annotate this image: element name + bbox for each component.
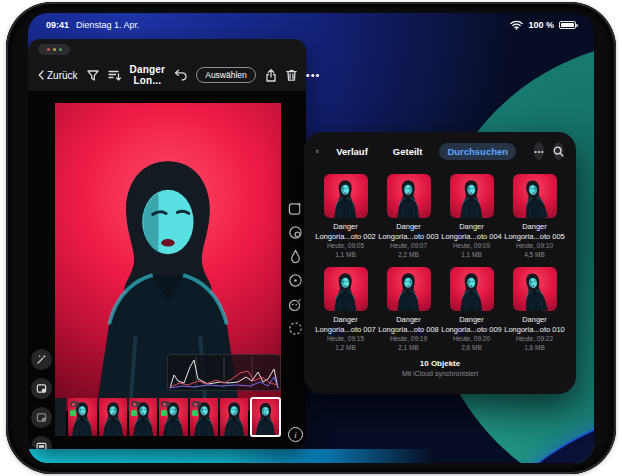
photo-size: 1,1 MB <box>314 250 377 259</box>
tab-durchsuchen[interactable]: Durchsuchen <box>439 143 516 160</box>
share-button[interactable] <box>265 69 277 82</box>
filmstrip-thumb-selected[interactable] <box>250 397 281 437</box>
photo-time: Heute, 09:09 <box>440 241 503 250</box>
filmstrip-thumb[interactable] <box>190 398 218 436</box>
search-button[interactable] <box>553 142 564 160</box>
retouch-icon[interactable] <box>288 297 303 312</box>
filmstrip <box>55 397 281 437</box>
photos-browser-window: Verlauf Geteilt Durchsuchen ••• Danger L… <box>304 132 576 394</box>
auto-enhance-icon[interactable] <box>288 201 303 216</box>
status-bar: 09:41 Dienstag 1. Apr. 100 % <box>28 13 594 37</box>
window-dot-yellow <box>53 48 56 51</box>
photo-name: Danger Longoria...oto 008 <box>378 315 440 334</box>
photo-name: Danger Longoria...oto 005 <box>504 222 566 241</box>
window-controls[interactable] <box>38 44 70 55</box>
filmstrip-thumb[interactable] <box>129 398 157 436</box>
photo-item[interactable]: Danger Longoria...oto 008 Heute, 09:19 2… <box>377 267 440 352</box>
filmstrip-thumb[interactable] <box>220 398 248 436</box>
tab-verlauf[interactable]: Verlauf <box>328 143 376 160</box>
copy-edits-button[interactable] <box>31 378 52 399</box>
photo-name: Danger Longoria...oto 004 <box>441 222 503 241</box>
window-dot-green <box>59 48 62 51</box>
photo-name: Danger Longoria...oto 010 <box>504 315 566 334</box>
magic-wand-button[interactable] <box>31 349 52 370</box>
funnel-icon <box>87 70 99 81</box>
chevron-left-icon <box>38 70 44 80</box>
photo-size: 1,1 MB <box>440 250 503 259</box>
sync-status: Mit iCloud synchronisiert <box>304 370 576 377</box>
delete-button[interactable] <box>286 69 297 81</box>
edited-badge <box>131 410 137 416</box>
wifi-icon <box>510 20 523 30</box>
photo-item[interactable]: Danger Longoria...oto 009 Heute, 09:20 2… <box>440 267 503 352</box>
photo-thumbnail[interactable] <box>513 267 557 311</box>
exposure-icon[interactable] <box>288 273 303 288</box>
filter-button[interactable] <box>87 70 99 81</box>
date: Dienstag 1. Apr. <box>76 20 140 30</box>
photo-item[interactable]: Danger Longoria...oto 005 Heute, 09:10 4… <box>503 174 566 259</box>
photo-time: Heute, 09:19 <box>377 334 440 343</box>
photo-thumbnail[interactable] <box>450 174 494 218</box>
clock: 09:41 <box>46 20 69 30</box>
browser-more-button[interactable]: ••• <box>534 142 544 160</box>
more-adjust-icon[interactable] <box>288 321 303 336</box>
photo-name: Danger Longoria...oto 003 <box>378 222 440 241</box>
photo-thumbnail[interactable] <box>387 267 431 311</box>
edited-badge <box>192 410 198 416</box>
photo-name: Danger Longoria...oto 009 <box>441 315 503 334</box>
more-button[interactable]: ••• <box>306 70 321 81</box>
photo-thumbnail[interactable] <box>324 267 368 311</box>
photo-thumbnail[interactable] <box>324 174 368 218</box>
photo-size: 1,6 MB <box>503 343 566 352</box>
edited-badge <box>161 410 167 416</box>
adjustment-tools <box>288 201 303 336</box>
back-label: Zurück <box>47 70 78 81</box>
window-dot-red <box>47 48 50 51</box>
photo-item[interactable]: Danger Longoria...oto 002 Heute, 09:05 1… <box>314 174 377 259</box>
histogram-overlay <box>167 354 281 391</box>
photo-time: Heute, 09:05 <box>314 241 377 250</box>
adjust-icon[interactable] <box>288 249 303 264</box>
filters-icon[interactable] <box>288 225 303 240</box>
filmstrip-thumb[interactable] <box>68 398 96 436</box>
undo-button[interactable] <box>174 69 187 81</box>
photo-thumbnail[interactable] <box>387 174 431 218</box>
photo-item[interactable]: Danger Longoria...oto 007 Heute, 09:15 1… <box>314 267 377 352</box>
select-button[interactable]: Auswählen <box>196 67 256 83</box>
photo-thumbnail[interactable] <box>450 267 494 311</box>
wallpaper-cyan-strip <box>28 449 468 463</box>
aspect-ratio-button[interactable] <box>31 436 52 449</box>
paste-edits-button[interactable] <box>31 407 52 428</box>
filmstrip-thumb[interactable] <box>99 398 127 436</box>
photo-size: 4,5 MB <box>503 250 566 259</box>
photo-item[interactable]: Danger Longoria...oto 010 Heute, 09:22 1… <box>503 267 566 352</box>
photo-thumbnail[interactable] <box>513 174 557 218</box>
photo-size: 2,1 MB <box>377 343 440 352</box>
photo-time: Heute, 09:15 <box>314 334 377 343</box>
edited-badge <box>70 410 76 416</box>
photo-item[interactable]: Danger Longoria...oto 003 Heute, 09:07 2… <box>377 174 440 259</box>
sort-button[interactable] <box>108 70 121 81</box>
photo-grid: Danger Longoria...oto 002 Heute, 09:05 1… <box>304 170 576 352</box>
info-button[interactable]: i <box>288 427 303 442</box>
editor-quick-actions <box>31 349 52 449</box>
battery-icon <box>559 21 576 29</box>
photo-size: 1,2 MB <box>314 343 377 352</box>
back-button[interactable]: Zurück <box>38 70 78 81</box>
raw-badge <box>131 401 140 407</box>
raw-badge <box>192 401 201 407</box>
editor-toolbar: Zurück Danger Lon... Auswählen <box>28 59 306 91</box>
sidebar-toggle-icon[interactable] <box>316 145 319 158</box>
raw-badge <box>70 401 79 407</box>
photo-item[interactable]: Danger Longoria...oto 004 Heute, 09:09 1… <box>440 174 503 259</box>
item-count: 10 Objekte <box>304 359 576 368</box>
tab-geteilt[interactable]: Geteilt <box>385 143 431 160</box>
photo-size: 2,6 MB <box>440 343 503 352</box>
filmstrip-thumb[interactable] <box>55 398 66 436</box>
battery-percent: 100 % <box>528 20 554 30</box>
share-icon <box>265 69 277 82</box>
filmstrip-thumb[interactable] <box>159 398 187 436</box>
undo-icon <box>174 69 187 81</box>
browser-header: Verlauf Geteilt Durchsuchen ••• <box>304 132 576 170</box>
search-icon <box>553 146 564 157</box>
